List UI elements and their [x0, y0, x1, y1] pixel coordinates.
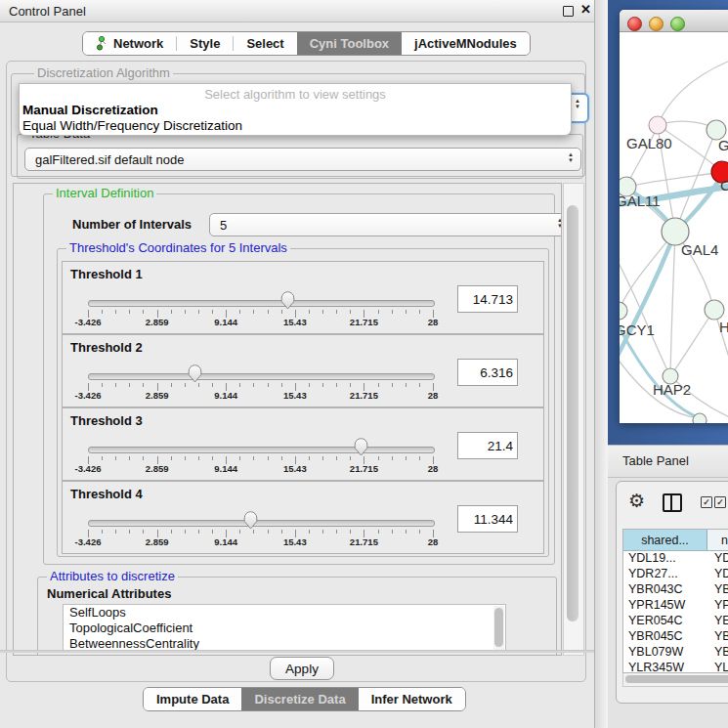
node-attribute-table: shared... na YDL19...YDL1 YDR27...YDR2 Y… [622, 529, 728, 673]
zoom-traffic-light-icon[interactable] [670, 17, 685, 31]
thresholds-group: Threshold 1 -3.426 2.859 9.144 15.43 21.… [57, 248, 549, 557]
apply-button[interactable]: Apply [270, 657, 334, 680]
column-header-name[interactable]: na [707, 530, 728, 550]
split-columns-icon[interactable] [663, 493, 682, 512]
slider-track[interactable] [88, 300, 435, 307]
pane-splitter[interactable] [594, 0, 609, 728]
table-row[interactable]: YDL19...YDL1 [623, 551, 728, 567]
algorithm-dropdown-popup: Select algorithm to view settings Manual… [19, 83, 572, 136]
table-horizontal-scrollbar[interactable] [622, 673, 728, 687]
tab-select[interactable]: Select [234, 32, 296, 55]
panel-scrollbar[interactable] [563, 183, 584, 656]
desktop-background: GAL80 GA GAL11 C GAL4 GCY1 H HAP2 [608, 0, 728, 445]
tab-infer-network[interactable]: Infer Network [359, 688, 465, 710]
slider-thumb[interactable] [243, 511, 258, 530]
network-view-window[interactable]: GAL80 GA GAL11 C GAL4 GCY1 H HAP2 [620, 10, 728, 423]
panel-title: Control Panel [9, 4, 86, 19]
tab-impute-data[interactable]: Impute Data [144, 688, 241, 710]
tab-discretize-data[interactable]: Discretize Data [241, 688, 358, 710]
table-panel-title: Table Panel [622, 453, 689, 468]
threshold-2-value-input[interactable] [457, 359, 518, 386]
table-panel-titlebar: Table Panel [608, 445, 728, 478]
cyni-toolbox-panel: Discretization Algorithm ▲▼ Select algor… [6, 61, 586, 682]
tab-jactivemnodules[interactable]: jActiveMNodules [402, 32, 530, 55]
threshold-4-label: Threshold 4 [70, 487, 143, 501]
node-label: GAL4 [681, 241, 718, 258]
network-icon [96, 36, 107, 51]
settings-scroll-panel: Interval Definition Number of Intervals … [13, 183, 562, 656]
network-node[interactable] [649, 116, 666, 134]
table-row[interactable]: YBR045CYBR0 [623, 629, 728, 645]
control-panel-tabs: Network Style Select Cyni Toolbox jActiv… [82, 31, 531, 56]
network-node[interactable] [705, 300, 724, 320]
slider-scale: -3.426 2.859 9.144 15.43 21.715 28 [88, 390, 433, 402]
threshold-1-section: Threshold 1 -3.426 2.859 9.144 15.43 21.… [62, 261, 544, 334]
combo-spinner-icon: ▲▼ [575, 98, 580, 109]
table-row[interactable]: YBR043CYBR0 [623, 582, 728, 598]
threshold-4-value-input[interactable] [457, 505, 518, 533]
numerical-attributes-list[interactable]: SelfLoops TopologicalCoefficient Between… [63, 604, 506, 652]
slider-thumb[interactable] [280, 291, 295, 310]
checked-checkbox-icon[interactable]: ✓ [714, 496, 726, 508]
close-traffic-light-icon[interactable] [627, 17, 642, 31]
slider-thumb[interactable] [188, 364, 202, 383]
node-label: C [720, 177, 728, 193]
slider-scale: -3.426 2.859 9.144 15.43 21.715 28 [88, 317, 433, 328]
threshold-2-label: Threshold 2 [70, 340, 143, 355]
settings-gear-icon[interactable]: ⚙ [628, 492, 645, 510]
table-row[interactable]: YER054CYER0 [623, 614, 728, 629]
slider-track[interactable] [88, 373, 435, 380]
table-row[interactable]: YBL079WYBL0 [623, 645, 728, 661]
threshold-1-label: Threshold 1 [70, 267, 143, 281]
minimize-traffic-light-icon[interactable] [649, 17, 664, 31]
algorithm-placeholder: Select algorithm to view settings [20, 87, 571, 102]
node-label: GCY1 [620, 321, 655, 338]
attributes-group-label: Attributes to discretize [47, 569, 178, 583]
table-panel: ⚙ ✓ ✓ shared... na YDL19...YDL1 YDR27...… [616, 481, 728, 704]
table-toolbar: ⚙ ✓ ✓ [617, 482, 728, 525]
tab-network[interactable]: Network [83, 32, 176, 55]
list-scrollbar[interactable] [493, 606, 504, 650]
table-data-combobox[interactable]: galFiltered.sif default node ▲▼ [24, 148, 581, 171]
table-row[interactable]: YPR145WYPR1 [623, 598, 728, 614]
network-window-titlebar[interactable] [620, 10, 728, 32]
slider-track[interactable] [88, 447, 435, 453]
node-label: HAP2 [653, 381, 691, 398]
slider-track[interactable] [88, 520, 435, 527]
threshold-1-value-input[interactable] [457, 285, 518, 313]
divider-line [0, 650, 594, 653]
list-item[interactable]: TopologicalCoefficient [64, 621, 505, 636]
discretization-algorithm-label: Discretization Algorithm [34, 65, 173, 80]
list-item[interactable]: SelfLoops [64, 605, 505, 621]
threshold-3-section: Threshold 3 -3.426 2.859 9.144 15.43 21.… [62, 407, 544, 481]
table-header-row: shared... na [623, 530, 728, 551]
number-of-intervals-combobox[interactable]: 5 ▲▼ [209, 213, 562, 236]
network-canvas[interactable]: GAL80 GA GAL11 C GAL4 GCY1 H HAP2 [620, 31, 728, 423]
node-label: GA [718, 137, 728, 153]
option-manual-discretization[interactable]: Manual Discretization [22, 103, 158, 117]
float-window-icon[interactable] [563, 6, 574, 17]
interval-definition-label: Interval Definition [53, 186, 156, 200]
slider-thumb[interactable] [354, 438, 368, 456]
network-node[interactable] [620, 302, 627, 320]
slider-scale: -3.426 2.859 9.144 15.43 21.715 28 [88, 463, 433, 475]
thresholds-group-label: Threshold's Coordinates for 5 Intervals [66, 240, 290, 255]
table-row[interactable]: YDR27...YDR2 [623, 567, 728, 582]
control-panel-titlebar: Control Panel ✕ [0, 0, 594, 22]
numerical-attributes-label: Numerical Attributes [47, 586, 171, 601]
column-header-shared-name[interactable]: shared... [623, 530, 707, 550]
table-row[interactable]: YLR345WYLR3 [623, 661, 728, 673]
close-icon[interactable]: ✕ [580, 2, 591, 17]
control-panel: Control Panel ✕ Network Style Select Cyn… [0, 0, 594, 728]
threshold-3-value-input[interactable] [457, 432, 518, 459]
combo-spinner-icon: ▲▼ [557, 217, 562, 229]
network-node[interactable] [693, 413, 707, 423]
tab-style[interactable]: Style [177, 32, 233, 55]
checked-checkbox-icon[interactable]: ✓ [701, 496, 712, 508]
tab-cyni-toolbox[interactable]: Cyni Toolbox [297, 32, 402, 55]
combo-spinner-icon: ▲▼ [568, 151, 574, 163]
number-of-intervals-label: Number of Intervals [72, 217, 192, 232]
node-label: H [719, 319, 728, 335]
cyni-bottom-tabs: Impute Data Discretize Data Infer Networ… [143, 687, 466, 711]
option-equal-width-frequency[interactable]: Equal Width/Frequency Discretization [22, 118, 242, 133]
